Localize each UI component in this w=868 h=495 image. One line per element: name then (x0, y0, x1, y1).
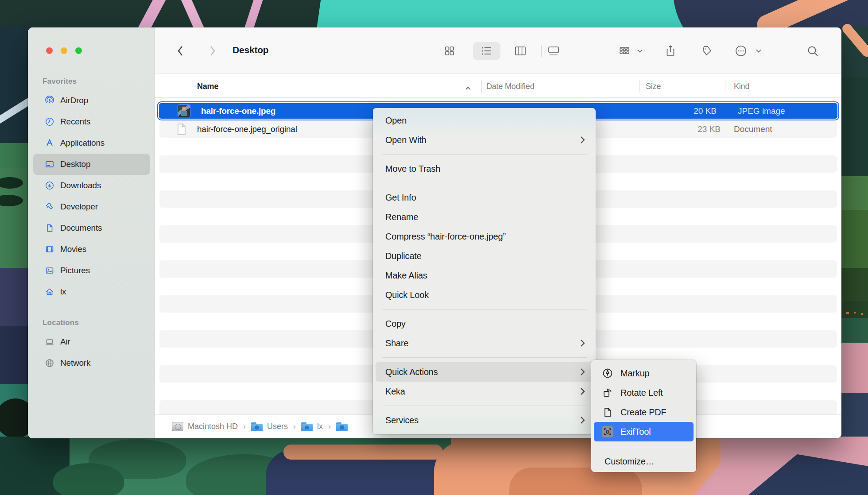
path-item-macintosh-hd[interactable]: Macintosh HD (172, 422, 238, 431)
sidebar-favorites-list: AirDrop Recents Applications Desktop Dow… (33, 90, 150, 302)
gallery-view-button[interactable] (545, 42, 562, 60)
menu-item-keka[interactable]: Keka (373, 382, 596, 401)
menu-label: Open With (385, 135, 426, 145)
window-title: Desktop (232, 45, 268, 55)
group-by-button[interactable] (616, 42, 633, 60)
context-menu: Open Open With Move to Trash Get Info Re… (373, 108, 596, 434)
submenu-chevron-icon (580, 387, 585, 395)
submenu-item-markup[interactable]: Markup (591, 364, 696, 383)
search-button[interactable] (804, 42, 822, 60)
menu-item-share[interactable]: Share (373, 333, 596, 353)
zoom-button[interactable] (75, 47, 82, 54)
wallpaper-bottom-band (0, 437, 868, 495)
wallpaper-orange-flowers (844, 310, 866, 316)
column-divider[interactable] (639, 80, 640, 93)
menu-label: Share (385, 338, 408, 348)
close-button[interactable] (46, 47, 53, 54)
sidebar-item-label: Developer (60, 202, 98, 212)
document-file-icon (177, 123, 186, 135)
menu-label: Make Alias (385, 271, 427, 281)
column-header-kind[interactable]: Kind (734, 82, 749, 91)
more-options-chevron-icon[interactable] (753, 42, 764, 60)
list-view-button[interactable] (473, 42, 500, 60)
sidebar-item-lx-home[interactable]: lx (33, 281, 150, 302)
sidebar-item-label: Network (60, 358, 90, 368)
grid-view-button[interactable] (441, 42, 458, 60)
path-item-lx[interactable]: lx (301, 422, 323, 431)
column-header-date-modified[interactable]: Date Modified (486, 82, 534, 91)
sidebar-section-favorites: Favorites (43, 77, 77, 86)
submenu-item-create-pdf[interactable]: Create PDF (591, 402, 696, 422)
desktop-icon (45, 159, 54, 169)
sidebar-item-label: Movies (60, 244, 86, 254)
path-item-users[interactable]: Users (251, 422, 288, 431)
sidebar-item-developer[interactable]: Developer (33, 196, 150, 217)
globe-icon (45, 358, 54, 368)
sidebar-item-network[interactable]: Network (33, 352, 150, 374)
back-button[interactable] (173, 43, 188, 58)
rotate-left-icon (602, 387, 613, 398)
path-label: Users (267, 422, 288, 431)
menu-item-duplicate[interactable]: Duplicate (373, 246, 596, 266)
columns-view-icon (515, 46, 526, 56)
menu-separator (382, 406, 587, 406)
tags-button[interactable] (698, 42, 716, 60)
more-options-button[interactable] (732, 42, 750, 60)
menu-item-quick-actions[interactable]: Quick Actions (376, 362, 593, 382)
menu-label: Get Info (385, 193, 416, 203)
minimize-button[interactable] (61, 47, 67, 54)
sidebar-item-pictures[interactable]: Pictures (33, 260, 150, 281)
submenu-item-customize[interactable]: Customize… (591, 452, 696, 470)
group-by-chevron-icon[interactable] (634, 42, 646, 60)
list-view-icon (481, 46, 492, 56)
sidebar-item-airdrop[interactable]: AirDrop (33, 90, 150, 111)
toolbar: Desktop (155, 27, 841, 74)
photo-icon (45, 266, 54, 275)
file-kind: Document (734, 124, 772, 134)
submenu-item-exiftool[interactable]: ExifTool (594, 422, 694, 441)
menu-item-open-with[interactable]: Open With (373, 130, 596, 150)
column-header-size[interactable]: Size (646, 82, 661, 91)
wallpaper-leaf-silhouette (53, 463, 124, 495)
path-separator: › (243, 422, 246, 431)
share-button[interactable] (662, 42, 679, 60)
sidebar-item-documents[interactable]: Documents (33, 217, 150, 239)
column-divider[interactable] (725, 80, 725, 93)
menu-label: Copy (385, 319, 406, 329)
column-headers: Name Date Modified Size Kind (155, 74, 841, 98)
menu-item-make-alias[interactable]: Make Alias (373, 266, 596, 285)
sidebar-item-recents[interactable]: Recents (33, 111, 150, 132)
column-header-name[interactable]: Name (197, 82, 218, 91)
menu-item-rename[interactable]: Rename (373, 207, 596, 227)
sidebar-item-applications[interactable]: Applications (33, 132, 150, 154)
forward-button[interactable] (205, 43, 220, 58)
columns-view-button[interactable] (512, 42, 529, 60)
submenu-label: Rotate Left (620, 388, 663, 398)
menu-label: Rename (385, 212, 418, 222)
menu-item-quick-look[interactable]: Quick Look (373, 285, 596, 305)
submenu-label: Customize… (604, 456, 654, 467)
sort-ascending-icon[interactable] (465, 84, 471, 92)
file-name: hair-force-one.jpeg_original (197, 124, 297, 134)
sidebar-item-movies[interactable]: Movies (33, 239, 150, 260)
sidebar-locations-list: Air Network (33, 331, 150, 374)
submenu-item-rotate-left[interactable]: Rotate Left (591, 383, 696, 402)
menu-item-move-to-trash[interactable]: Move to Trash (373, 159, 596, 178)
folder-users-icon (251, 422, 263, 431)
download-circle-icon (45, 181, 54, 190)
column-divider[interactable] (481, 80, 482, 93)
menu-item-services[interactable]: Services (373, 410, 596, 430)
menu-separator (382, 357, 587, 358)
sidebar-item-downloads[interactable]: Downloads (33, 175, 150, 196)
path-item-desktop-partial[interactable] (336, 422, 352, 431)
menu-item-copy[interactable]: Copy (373, 314, 596, 333)
menu-item-compress[interactable]: Compress “hair-force-one.jpeg” (373, 227, 596, 246)
menu-item-get-info[interactable]: Get Info (373, 188, 596, 207)
menu-item-open[interactable]: Open (373, 111, 596, 130)
appstore-icon (45, 138, 54, 148)
wallpaper-left-band (0, 27, 31, 443)
sidebar-item-desktop[interactable]: Desktop (33, 154, 150, 175)
sidebar-item-air[interactable]: Air (33, 331, 150, 352)
search-icon (807, 45, 819, 57)
film-icon (45, 244, 54, 254)
